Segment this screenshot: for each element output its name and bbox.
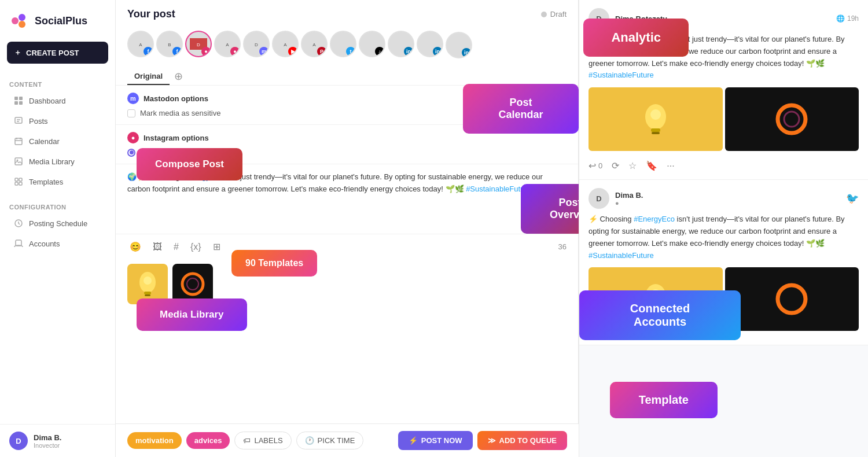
queue-icon: ≫ [488, 436, 496, 445]
svg-text:A: A [284, 42, 287, 47]
hashtag-button[interactable]: # [171, 239, 181, 255]
svg-rect-14 [15, 158, 22, 165]
toolbar-icons: 😊 🖼 # {x} ⊞ [127, 239, 223, 255]
svg-rect-50 [652, 132, 660, 134]
svg-rect-6 [19, 101, 23, 105]
sidebar-item-posts[interactable]: Posts [5, 111, 111, 131]
svg-text:A: A [312, 42, 316, 47]
post-now-button[interactable]: ⚡ POST NOW [398, 431, 473, 450]
template-overlay[interactable]: Template [610, 382, 718, 418]
svg-point-2 [19, 21, 25, 28]
platform-badge-yt: ▶ [288, 47, 297, 56]
schedule-icon [14, 219, 23, 228]
tag-advices-button[interactable]: advices [186, 432, 230, 449]
draft-badge: Draft [541, 10, 567, 19]
account-avatar-7[interactable]: A P [301, 31, 328, 57]
feed-bookmark-action[interactable]: 🔖 [646, 160, 657, 171]
reply-icon: ↩ [589, 160, 596, 171]
sidebar-item-templates[interactable]: Templates [5, 172, 111, 191]
svg-point-42 [144, 277, 152, 285]
svg-rect-18 [15, 182, 18, 185]
account-avatar-3[interactable]: D ● [185, 31, 212, 57]
labels-button[interactable]: 🏷 LABELS [234, 432, 291, 449]
config-section: Configuration Posting Schedule Accounts [0, 196, 115, 257]
account-avatar-2[interactable]: B f [156, 31, 183, 57]
templates-count-overlay[interactable]: 90 Templates [231, 250, 317, 277]
plus-icon: ＋ [14, 47, 21, 58]
instagram-header: ● Instagram options [127, 132, 567, 143]
logo: SocialPlus [0, 0, 115, 42]
variable-button[interactable]: {x} [188, 239, 204, 255]
compose-post-overlay[interactable]: Compose Post [137, 148, 242, 180]
add-to-queue-button[interactable]: ≫ ADD TO QUEUE [477, 431, 567, 450]
platform-badge-fb2: f [172, 47, 182, 56]
mastodon-sensitive-checkbox[interactable] [127, 109, 135, 117]
right-panel: Analytic Connected Accounts Template D D… [579, 0, 868, 457]
more-icon: ··· [667, 161, 674, 171]
account-avatar-6[interactable]: A ▶ [272, 31, 299, 57]
hashtag-4: #SustainableFuture [589, 251, 654, 260]
platform-badge-tw: t [346, 47, 355, 56]
svg-text:D: D [197, 42, 200, 47]
feed-avatar-2: D [589, 188, 609, 209]
account-avatar-10[interactable]: in [388, 31, 414, 57]
ring-icon [178, 270, 207, 298]
svg-point-51 [778, 105, 806, 133]
pick-time-button[interactable]: 🕐 PICK TIME [296, 432, 364, 449]
bulb-icon-feed [641, 101, 670, 138]
tag-motivation-button[interactable]: motivation [127, 432, 182, 449]
tab-original[interactable]: Original [127, 68, 170, 85]
feed-retweet-action[interactable]: ⟳ [612, 160, 619, 171]
account-avatar-11[interactable]: in [417, 31, 443, 57]
account-avatar-5[interactable]: D m [243, 31, 270, 57]
calendar-icon [14, 137, 23, 146]
account-avatar-4[interactable]: A ● [214, 31, 241, 57]
svg-text:A: A [139, 42, 142, 47]
feed-like-action[interactable]: ☆ [628, 160, 637, 171]
account-avatar-9[interactable]: ♪ [359, 31, 385, 57]
account-avatar-1[interactable]: A f [127, 31, 154, 57]
ring-icon-feed2 [773, 281, 811, 318]
account-avatar-8[interactable]: t [330, 31, 356, 57]
twitter-icon: 🐦 [846, 192, 859, 205]
analytic-overlay[interactable]: Analytic [583, 19, 689, 57]
svg-point-45 [182, 274, 203, 294]
post-header: Your post Draft [116, 0, 578, 26]
emoji-button[interactable]: 😊 [127, 239, 144, 255]
sidebar-item-accounts[interactable]: Accounts [5, 234, 111, 253]
accounts-icon [14, 239, 23, 248]
create-post-button[interactable]: ＋ CREATE POST [7, 42, 108, 64]
sidebar-item-dashboard[interactable]: Dashboard [5, 91, 111, 110]
avatar: D [9, 432, 28, 450]
retweet-icon: ⟳ [612, 160, 619, 171]
post-calendar-button[interactable]: Post Calendar [463, 84, 579, 134]
media-library-overlay[interactable]: Media Library [137, 298, 247, 331]
star-icon: ☆ [628, 160, 637, 171]
svg-rect-43 [144, 292, 151, 294]
feed-img-1a [589, 87, 723, 151]
image-button[interactable]: 🖼 [150, 239, 164, 255]
feed-img-2b [725, 267, 859, 331]
label-icon: 🏷 [243, 436, 251, 445]
feed-reply-action[interactable]: ↩ 0 [589, 160, 602, 171]
svg-text:A: A [226, 42, 229, 47]
svg-rect-16 [15, 178, 18, 181]
templates-icon [14, 177, 23, 186]
user-profile[interactable]: D Dima B. Inovector [0, 424, 115, 457]
post-toolbar: 😊 🖼 # {x} ⊞ 36 [116, 234, 578, 259]
svg-point-15 [17, 160, 19, 161]
sidebar-item-media-library[interactable]: Media Library [5, 152, 111, 171]
svg-rect-10 [15, 138, 22, 145]
svg-rect-7 [15, 117, 22, 123]
grid-button[interactable]: ⊞ [211, 239, 223, 255]
ring-icon-feed [773, 101, 811, 138]
sidebar-item-posting-schedule[interactable]: Posting Schedule [5, 213, 111, 233]
feed-more-action[interactable]: ··· [667, 161, 674, 171]
posts-overview-button[interactable]: Posts Overview [521, 184, 579, 234]
posts-icon [14, 116, 23, 126]
sidebar-item-calendar[interactable]: Calendar [5, 131, 111, 151]
account-avatar-12[interactable]: in [446, 32, 472, 58]
connected-accounts-overlay[interactable]: Connected Accounts [579, 290, 741, 340]
post-title: Your post [127, 8, 175, 20]
tab-add-button[interactable]: ⊕ [170, 68, 187, 85]
